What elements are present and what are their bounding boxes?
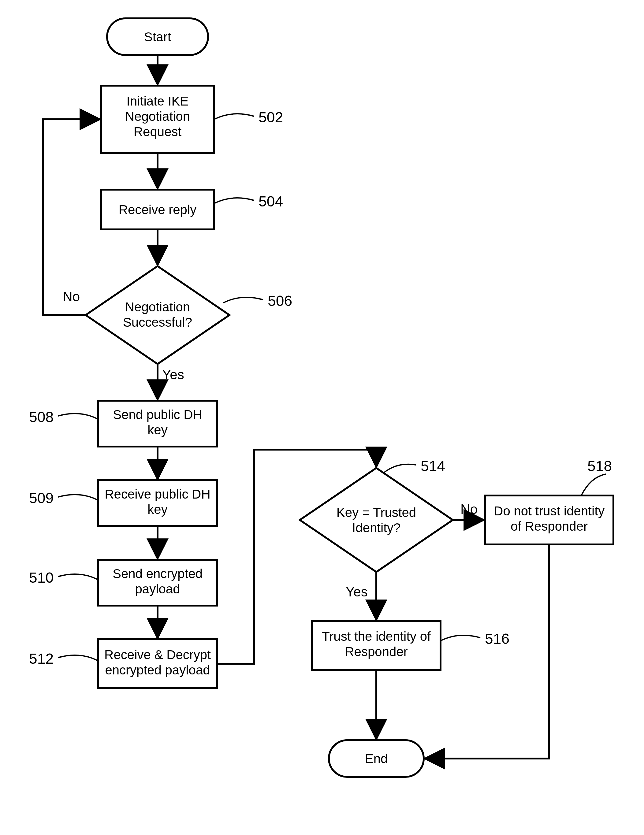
n518-line2: of Responder <box>511 519 588 533</box>
n502-line1: Initiate IKE <box>126 94 189 108</box>
n509-line1: Receive public DH <box>105 487 210 501</box>
n518-line1: Do not trust identity <box>494 504 605 518</box>
ref-508: 508 <box>29 409 54 425</box>
ref-518: 518 <box>587 458 612 474</box>
ref-504: 504 <box>259 193 283 210</box>
n516-line1: Trust the identity of <box>322 629 431 643</box>
node-start: Start <box>107 18 208 55</box>
ref-510: 510 <box>29 570 54 586</box>
node-end: End <box>329 740 424 777</box>
node-512: Receive & Decrypt encrypted payload <box>98 639 217 688</box>
ref-509: 509 <box>29 490 54 506</box>
n508-line2: key <box>148 423 168 437</box>
ref-516: 516 <box>485 631 509 647</box>
edge-518-end <box>425 544 549 759</box>
n509-line2: key <box>148 502 168 517</box>
svg-marker-8 <box>300 468 453 572</box>
n506-line2: Successful? <box>123 315 192 330</box>
ref-502: 502 <box>259 109 283 125</box>
start-label: Start <box>144 30 171 44</box>
edge-514-yes-label: Yes <box>346 584 368 599</box>
ref-514: 514 <box>421 458 445 474</box>
n508-line1: Send public DH <box>113 408 202 422</box>
node-508: Send public DH key <box>98 401 217 447</box>
node-509: Receive public DH key <box>98 480 217 526</box>
edge-506-no-502 <box>43 119 99 315</box>
node-502: Initiate IKE Negotiation Request <box>101 86 214 153</box>
edge-506-no-label: No <box>63 289 80 304</box>
node-506: Negotiation Successful? <box>86 266 229 364</box>
node-518: Do not trust identity of Responder <box>485 495 613 544</box>
node-514: Key = Trusted Identity? <box>300 468 453 572</box>
n510-line2: payload <box>135 582 180 596</box>
n502-line2: Negotiation <box>125 109 190 123</box>
n512-line2: encrypted payload <box>105 663 210 677</box>
node-510: Send encrypted payload <box>98 560 217 606</box>
n504-label: Receive reply <box>119 203 197 217</box>
n516-line2: Responder <box>345 645 408 659</box>
n514-line2: Identity? <box>352 521 401 535</box>
n510-line1: Send encrypted <box>112 567 203 581</box>
node-504: Receive reply <box>101 190 214 229</box>
n512-line1: Receive & Decrypt <box>104 648 211 662</box>
edge-506-yes-label: Yes <box>162 367 184 382</box>
ref-512: 512 <box>29 651 54 667</box>
n514-line1: Key = Trusted <box>337 505 416 520</box>
ref-506: 506 <box>268 293 292 309</box>
end-label: End <box>365 752 388 766</box>
node-516: Trust the identity of Responder <box>312 621 441 670</box>
flowchart: Start Initiate IKE Negotiation Request 5… <box>0 0 644 835</box>
edge-514-no-label: No <box>460 502 478 517</box>
n506-line1: Negotiation <box>125 300 190 314</box>
n502-line3: Request <box>134 125 182 139</box>
